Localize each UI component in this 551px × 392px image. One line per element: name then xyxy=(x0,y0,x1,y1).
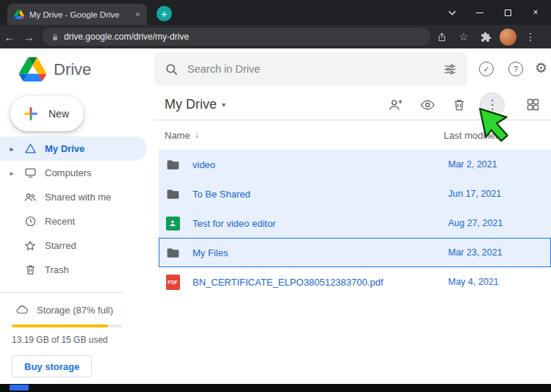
file-name[interactable]: Test for video editor xyxy=(192,218,439,229)
sidebar-item-starred[interactable]: Starred xyxy=(0,233,147,258)
new-button-label: New xyxy=(48,108,69,120)
search-options-icon[interactable] xyxy=(443,62,457,76)
sidebar: New ▸ My Drive ▸ Computers xyxy=(0,90,154,384)
file-name[interactable]: video xyxy=(192,159,439,170)
sidebar-nav: ▸ My Drive ▸ Computers Shared with me xyxy=(0,137,154,282)
drive-favicon-icon xyxy=(14,10,24,19)
expand-chevron-icon[interactable]: ▸ xyxy=(8,145,15,153)
my-drive-icon xyxy=(24,142,37,156)
maximize-button[interactable] xyxy=(494,0,522,25)
browser-titlebar: My Drive - Google Drive × + × xyxy=(0,0,551,25)
cloud-icon xyxy=(15,303,29,316)
file-name[interactable]: My Files xyxy=(192,247,439,258)
file-name[interactable]: BN_CERTIFICATE_ELPO380512383700.pdf xyxy=(192,277,439,288)
forward-button[interactable]: → xyxy=(19,31,38,43)
file-row-pdf-certificate[interactable]: PDF BN_CERTIFICATE_ELPO380512383700.pdf … xyxy=(159,267,551,297)
taskbar-accent xyxy=(10,385,29,391)
recent-clock-icon xyxy=(24,215,37,228)
folder-icon xyxy=(165,245,181,261)
new-tab-button[interactable]: + xyxy=(156,6,172,21)
sidebar-divider xyxy=(0,292,123,293)
file-row-my-files[interactable]: My Files Mar 23, 2021 xyxy=(159,238,551,267)
chevron-down-icon[interactable]: ▾ xyxy=(222,101,226,109)
storage-progress-fill xyxy=(12,324,108,327)
storage-section: Storage (87% full) 13.19 GB of 15 GB use… xyxy=(0,301,154,377)
column-name[interactable]: Name xyxy=(165,130,190,141)
close-window-button[interactable]: × xyxy=(522,0,550,25)
sidebar-item-recent[interactable]: Recent xyxy=(0,209,147,233)
browser-menu-icon[interactable]: ⋮ xyxy=(519,31,541,43)
computers-icon xyxy=(24,167,37,180)
extensions-puzzle-icon[interactable] xyxy=(475,32,497,43)
sidebar-item-label: Shared with me xyxy=(45,192,111,203)
drive-brand: Drive xyxy=(19,57,91,81)
plus-icon: + xyxy=(161,8,168,19)
sidebar-item-label: Starred xyxy=(45,240,76,251)
file-date: Mar 23, 2021 xyxy=(439,247,551,258)
storage-progress xyxy=(12,324,122,327)
sidebar-item-my-drive[interactable]: ▸ My Drive xyxy=(0,137,147,161)
sidebar-item-label: My Drive xyxy=(45,143,84,154)
folder-icon xyxy=(165,186,181,202)
starred-icon xyxy=(24,239,37,253)
new-button[interactable]: New xyxy=(10,96,84,131)
delete-trash-icon[interactable] xyxy=(452,98,467,112)
browser-addressbar: ← → drive.google.com/drive/my-drive ☆ ⋮ xyxy=(0,25,551,48)
file-date: Aug 27, 2021 xyxy=(439,218,551,228)
folder-icon xyxy=(165,157,181,173)
sort-down-icon[interactable]: ↓ xyxy=(195,130,199,140)
storage-usage-text: 13.19 GB of 15 GB used xyxy=(12,335,154,345)
sidebar-item-trash[interactable]: Trash xyxy=(0,258,147,282)
search-bar[interactable] xyxy=(154,52,467,86)
grid-view-icon[interactable] xyxy=(525,97,541,112)
tab-title: My Drive - Google Drive xyxy=(29,10,129,19)
tab-search-button[interactable] xyxy=(438,0,466,25)
buy-storage-button[interactable]: Buy storage xyxy=(12,355,92,377)
url-bar[interactable]: drive.google.com/drive/my-drive xyxy=(43,28,431,46)
sidebar-item-label: Computers xyxy=(45,167,92,178)
drive-logo-icon xyxy=(19,57,46,81)
trash-icon xyxy=(24,264,37,277)
back-button[interactable]: ← xyxy=(0,31,19,43)
offline-status-icon[interactable]: ✓ xyxy=(479,62,494,76)
share-page-icon[interactable] xyxy=(431,32,453,43)
url-text: drive.google.com/drive/my-drive xyxy=(64,32,189,42)
taskbar xyxy=(0,384,551,392)
help-icon[interactable]: ? xyxy=(508,62,523,76)
sidebar-item-shared-with-me[interactable]: Shared with me xyxy=(0,185,147,209)
pdf-icon: PDF xyxy=(166,275,180,290)
new-plus-icon xyxy=(21,104,40,123)
file-row-test-for-video-editor[interactable]: Test for video editor Aug 27, 2021 xyxy=(159,208,551,238)
sidebar-item-computers[interactable]: ▸ Computers xyxy=(0,161,147,185)
shared-file-icon xyxy=(166,217,180,231)
minimize-button[interactable] xyxy=(466,0,494,25)
search-icon[interactable] xyxy=(165,62,179,76)
tab-close-icon[interactable]: × xyxy=(134,10,140,19)
bookmark-star-icon[interactable]: ☆ xyxy=(453,31,475,43)
search-input[interactable] xyxy=(187,63,434,75)
browser-tab[interactable]: My Drive - Google Drive × xyxy=(7,4,147,25)
app-name: Drive xyxy=(54,60,91,79)
file-list: video Mar 2, 2021 To Be Shared Jun 17, 2… xyxy=(154,150,551,297)
drive-header: Drive ✓ ? ⚙ xyxy=(0,48,551,90)
cursor-arrow-pointer xyxy=(478,106,514,143)
share-person-add-icon[interactable] xyxy=(387,97,403,113)
file-row-video[interactable]: video Mar 2, 2021 xyxy=(159,150,551,179)
expand-chevron-icon[interactable]: ▸ xyxy=(8,170,15,177)
profile-avatar[interactable] xyxy=(500,29,516,46)
file-name[interactable]: To Be Shared xyxy=(192,189,439,200)
file-row-to-be-shared[interactable]: To Be Shared Jun 17, 2021 xyxy=(159,179,551,208)
sidebar-item-label: Recent xyxy=(45,216,75,227)
lock-icon xyxy=(51,33,59,41)
storage-label: Storage (87% full) xyxy=(37,305,113,316)
settings-gear-icon[interactable]: ⚙ xyxy=(535,59,547,76)
browser-window: My Drive - Google Drive × + × ← → drive.… xyxy=(0,0,551,392)
window-controls: × xyxy=(438,0,550,25)
file-date: Mar 2, 2021 xyxy=(439,159,551,170)
sidebar-item-label: Trash xyxy=(45,264,69,275)
shared-with-me-icon xyxy=(24,191,37,204)
file-date: Jun 17, 2021 xyxy=(439,189,551,199)
page-title[interactable]: My Drive xyxy=(165,97,217,112)
preview-eye-icon[interactable] xyxy=(419,97,436,113)
file-date: May 4, 2021 xyxy=(439,277,551,287)
